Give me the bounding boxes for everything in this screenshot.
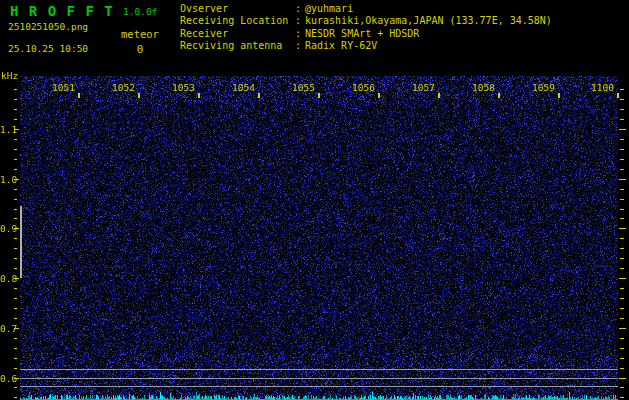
- x-axis-minute-tick: [138, 93, 140, 98]
- y-axis-minor-tick-right: [620, 387, 624, 388]
- y-axis-minor-tick-right: [620, 268, 624, 269]
- y-axis-minor-tick-right: [620, 139, 624, 140]
- y-axis-minor-tick-right: [620, 358, 624, 359]
- hrofft-window: H R O F F T 1.0.0f 2510251050.png 25.10.…: [0, 0, 629, 400]
- x-axis-minute-label: 1059: [515, 82, 555, 93]
- y-axis-minor-tick-left: [14, 109, 17, 110]
- y-axis-minor-tick-right: [620, 169, 624, 170]
- y-axis-minor-tick-left: [14, 218, 17, 219]
- y-axis-minor-tick-right: [620, 199, 624, 200]
- x-axis-minute-tick: [498, 93, 500, 98]
- info-label: Receiving Location: [180, 15, 295, 27]
- x-axis-minute-tick: [198, 93, 200, 98]
- y-axis-minor-tick-right: [620, 109, 624, 110]
- y-axis-unit-label: kHz: [1, 70, 18, 81]
- y-axis-minor-tick-left: [14, 358, 17, 359]
- output-filename: 2510251050.png: [8, 21, 88, 32]
- y-axis-major-tick-left: [14, 378, 19, 379]
- y-axis-minor-tick-right: [620, 89, 624, 90]
- y-axis-tick-label: 1.1: [0, 124, 13, 135]
- info-value: NESDR SMArt + HDSDR: [305, 28, 419, 40]
- y-axis-minor-tick-left: [14, 169, 17, 170]
- y-axis-minor-tick-right: [620, 238, 624, 239]
- y-axis-major-tick-left: [14, 228, 19, 229]
- meteor-count-label: meteor: [121, 28, 159, 40]
- x-axis-minute-label: 1054: [215, 82, 255, 93]
- y-axis-minor-tick-left: [14, 308, 17, 309]
- y-axis-minor-tick-left: [14, 99, 17, 100]
- x-axis-minute-tick: [617, 93, 619, 98]
- frame-datetime: 25.10.25 10:50: [8, 43, 88, 54]
- y-axis-major-tick-left: [14, 278, 19, 279]
- y-axis-minor-tick-right: [620, 99, 624, 100]
- station-info: Ovserver:@yuhmari Receiving Location:kur…: [180, 3, 552, 52]
- y-axis-minor-tick-right: [620, 368, 624, 369]
- y-axis-major-tick-right: [619, 278, 626, 279]
- info-row-receiver: Receiver:NESDR SMArt + HDSDR: [180, 28, 552, 40]
- carrier-reference-line: [20, 386, 618, 387]
- y-axis-minor-tick-left: [14, 248, 17, 249]
- y-axis-minor-tick-right: [620, 397, 624, 398]
- y-axis-tick-label: 0.9: [0, 223, 13, 234]
- info-value: @yuhmari: [305, 3, 353, 15]
- info-value: kurashiki,Okayama,JAPAN (133.77E, 34.58N…: [305, 15, 552, 27]
- x-axis-minute-label: 1052: [95, 82, 135, 93]
- y-axis-minor-tick-left: [14, 318, 17, 319]
- y-axis-minor-tick-left: [14, 387, 17, 388]
- x-axis-minute-tick: [78, 93, 80, 98]
- y-axis-minor-tick-left: [14, 298, 17, 299]
- y-axis-major-tick-left: [14, 328, 19, 329]
- y-axis-minor-tick-right: [620, 209, 624, 210]
- info-row-observer: Ovserver:@yuhmari: [180, 3, 552, 15]
- x-axis-minute-tick: [318, 93, 320, 98]
- x-axis-minute-label: 1056: [335, 82, 375, 93]
- carrier-reference-line: [20, 369, 618, 370]
- y-axis-major-tick-right: [619, 378, 626, 379]
- y-axis-major-tick-left: [14, 179, 19, 180]
- y-axis-minor-tick-left: [14, 189, 17, 190]
- left-edge-signal-streak: [20, 206, 22, 278]
- y-axis-minor-tick-right: [620, 288, 624, 289]
- y-axis-minor-tick-left: [14, 199, 17, 200]
- y-axis-tick-label: 1.0: [0, 174, 13, 185]
- y-axis-minor-tick-left: [14, 238, 17, 239]
- y-axis-minor-tick-right: [620, 308, 624, 309]
- y-axis-tick-label: 0.8: [0, 273, 13, 284]
- y-axis-minor-tick-left: [14, 149, 17, 150]
- y-axis-minor-tick-right: [620, 258, 624, 259]
- x-axis-minute-tick: [558, 93, 560, 98]
- y-axis-minor-tick-left: [14, 119, 17, 120]
- info-label: Ovserver: [180, 3, 295, 15]
- y-axis-minor-tick-left: [14, 89, 17, 90]
- y-axis-minor-tick-left: [14, 258, 17, 259]
- y-axis-tick-label: 0.7: [0, 323, 13, 334]
- y-axis-minor-tick-right: [620, 218, 624, 219]
- app-title: H R O F F T: [10, 3, 114, 19]
- x-axis-minute-tick: [438, 93, 440, 98]
- x-axis-minute-label: 1100: [574, 82, 614, 93]
- y-axis-minor-tick-right: [620, 298, 624, 299]
- spectrogram-canvas: [20, 76, 618, 400]
- x-axis-minute-label: 1053: [155, 82, 195, 93]
- x-axis-minute-label: 1051: [35, 82, 75, 93]
- info-value: Radix RY-62V: [305, 40, 377, 52]
- y-axis-minor-tick-left: [14, 288, 17, 289]
- y-axis-minor-tick-left: [14, 338, 17, 339]
- x-axis-minute-label: 1058: [455, 82, 495, 93]
- info-row-antenna: Recviving antenna:Radix RY-62V: [180, 40, 552, 52]
- info-label: Receiver: [180, 28, 295, 40]
- y-axis-minor-tick-right: [620, 348, 624, 349]
- meteor-count-value: 0: [128, 43, 152, 56]
- x-axis-minute-label: 1055: [275, 82, 315, 93]
- y-axis-minor-tick-left: [14, 209, 17, 210]
- y-axis-minor-tick-right: [620, 248, 624, 249]
- y-axis-minor-tick-right: [620, 318, 624, 319]
- y-axis-major-tick-right: [619, 228, 626, 229]
- y-axis-tick-label: 0.6: [0, 373, 13, 384]
- y-axis-minor-tick-right: [620, 149, 624, 150]
- y-axis-minor-tick-left: [14, 348, 17, 349]
- y-axis-minor-tick-left: [14, 159, 17, 160]
- y-axis-minor-tick-right: [620, 189, 624, 190]
- y-axis-minor-tick-right: [620, 159, 624, 160]
- y-axis-minor-tick-left: [14, 368, 17, 369]
